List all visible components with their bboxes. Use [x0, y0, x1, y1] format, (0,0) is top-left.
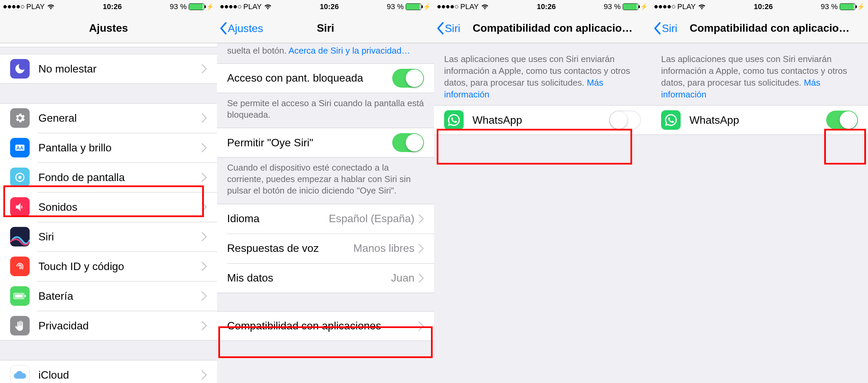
chevron-right-icon — [418, 321, 424, 331]
page-title: Compatibilidad con aplicacio… — [690, 22, 850, 34]
row-label: Batería — [38, 290, 202, 302]
back-label: Siri — [662, 22, 677, 35]
back-label: Siri — [445, 22, 460, 35]
row-siri[interactable]: Siri — [0, 222, 217, 252]
row-value: Juan — [391, 272, 414, 284]
row-icloud[interactable]: iCloud — [0, 360, 217, 383]
hand-icon — [10, 316, 30, 335]
row-voice-feedback[interactable]: Respuestas de voz Manos libres — [217, 234, 434, 263]
chevron-right-icon — [202, 173, 207, 182]
chevron-right-icon — [418, 244, 424, 253]
clock: 10:26 — [754, 2, 773, 11]
svg-point-3 — [19, 176, 22, 179]
page-title: Siri — [317, 22, 334, 34]
row-label: General — [38, 112, 202, 124]
row-language[interactable]: Idioma Español (España) — [217, 204, 434, 234]
chevron-left-icon — [220, 22, 227, 35]
footer-hey-siri: Cuando el dispositivo esté conectado a l… — [217, 157, 434, 204]
svg-rect-7 — [15, 294, 23, 298]
row-sounds[interactable]: Sonidos — [0, 192, 217, 222]
section-header: Las aplicaciones que uses con Siri envia… — [651, 43, 868, 105]
row-do-not-disturb[interactable]: No molestar — [0, 54, 217, 84]
footer-about-siri: suelta el botón. Acerca de Siri y la pri… — [217, 43, 434, 63]
nav-bar: Ajustes — [0, 13, 217, 43]
charging-icon: ⚡ — [857, 3, 865, 10]
phone-screen-4: PLAY 10:26 93 % ⚡ Siri Compatibilidad co… — [651, 0, 868, 383]
carrier-label: PLAY — [243, 2, 262, 11]
nav-bar: Ajustes Siri — [217, 13, 434, 43]
nav-bar: Siri Compatibilidad con aplicacio… — [651, 13, 868, 43]
row-my-info[interactable]: Mis datos Juan — [217, 263, 434, 293]
fingerprint-icon — [10, 257, 30, 276]
wifi-icon — [698, 2, 706, 12]
app-support-list[interactable]: Las aplicaciones que uses con Siri envia… — [434, 43, 651, 383]
row-wallpaper[interactable]: Fondo de pantalla — [0, 163, 217, 192]
siri-settings[interactable]: suelta el botón. Acerca de Siri y la pri… — [217, 43, 434, 383]
row-lock-access[interactable]: Acceso con pant. bloqueada — [217, 63, 434, 93]
app-support-list[interactable]: Las aplicaciones que uses con Siri envia… — [651, 43, 868, 383]
back-button[interactable]: Siri — [437, 13, 460, 43]
row-label: Compatibilidad con aplicaciones — [227, 320, 418, 332]
chevron-right-icon — [202, 262, 207, 271]
wifi-icon — [47, 2, 55, 12]
row-value: Manos libres — [353, 242, 414, 255]
battery-percent-label: 93 % — [170, 2, 187, 11]
charging-icon: ⚡ — [640, 3, 648, 10]
carrier-label: PLAY — [460, 2, 479, 11]
back-button[interactable]: Ajustes — [220, 13, 263, 43]
battery-icon — [840, 3, 855, 10]
chevron-right-icon — [202, 113, 207, 123]
row-label: Permitir "Oye Siri" — [227, 137, 392, 149]
toggle-lock-access[interactable] — [392, 69, 424, 88]
status-bar: PLAY 10:26 93 % ⚡ — [217, 0, 434, 13]
battery-icon — [10, 286, 30, 306]
chevron-right-icon — [202, 202, 207, 212]
nav-bar: Siri Compatibilidad con aplicacio… — [434, 13, 651, 43]
clock: 10:26 — [320, 2, 339, 11]
chevron-right-icon — [202, 64, 207, 73]
row-label: WhatsApp — [689, 114, 826, 126]
chevron-right-icon — [202, 321, 207, 330]
row-whatsapp[interactable]: WhatsApp — [651, 105, 868, 135]
row-general[interactable]: General — [0, 103, 217, 133]
signal-strength-icon — [654, 5, 675, 8]
row-touchid[interactable]: Touch ID y código — [0, 252, 217, 281]
svg-text:AA: AA — [16, 145, 24, 151]
battery-percent-label: 93 % — [604, 2, 621, 11]
carrier-label: PLAY — [677, 2, 696, 11]
whatsapp-icon — [661, 110, 681, 130]
row-hey-siri[interactable]: Permitir "Oye Siri" — [217, 128, 434, 157]
cloud-icon — [10, 365, 30, 383]
about-siri-link[interactable]: Acerca de Siri y la privacidad… — [288, 46, 410, 56]
row-label: Pantalla y brillo — [38, 142, 202, 154]
toggle-whatsapp[interactable] — [826, 111, 858, 129]
row-battery[interactable]: Batería — [0, 281, 217, 311]
status-bar: PLAY 10:26 93 % ⚡ — [651, 0, 868, 13]
row-label: Touch ID y código — [38, 260, 202, 273]
gear-icon — [10, 108, 30, 128]
clock: 10:26 — [103, 2, 122, 11]
page-title: Ajustes — [89, 22, 128, 34]
charging-icon: ⚡ — [206, 3, 214, 10]
signal-strength-icon — [220, 5, 241, 8]
chevron-right-icon — [202, 232, 207, 241]
toggle-hey-siri[interactable] — [392, 133, 424, 152]
row-whatsapp[interactable]: WhatsApp — [434, 105, 651, 135]
toggle-whatsapp[interactable] — [609, 111, 641, 129]
chevron-right-icon — [418, 214, 424, 224]
row-label: No molestar — [38, 63, 202, 75]
wifi-icon — [264, 2, 272, 12]
back-label: Ajustes — [228, 22, 263, 35]
chevron-right-icon — [202, 291, 207, 301]
row-display[interactable]: AA Pantalla y brillo — [0, 133, 217, 163]
back-button[interactable]: Siri — [654, 13, 677, 43]
settings-list[interactable]: No molestar General AA Pantalla y brillo… — [0, 43, 217, 383]
carrier-label: PLAY — [26, 2, 45, 11]
row-label: Privacidad — [38, 320, 202, 332]
row-privacy[interactable]: Privacidad — [0, 311, 217, 341]
row-label: WhatsApp — [472, 114, 609, 126]
row-app-support[interactable]: Compatibilidad con aplicaciones — [217, 311, 434, 341]
section-header: Las aplicaciones que uses con Siri envia… — [434, 43, 651, 105]
row-label: Acceso con pant. bloqueada — [227, 72, 392, 84]
row-label: Fondo de pantalla — [38, 171, 202, 184]
